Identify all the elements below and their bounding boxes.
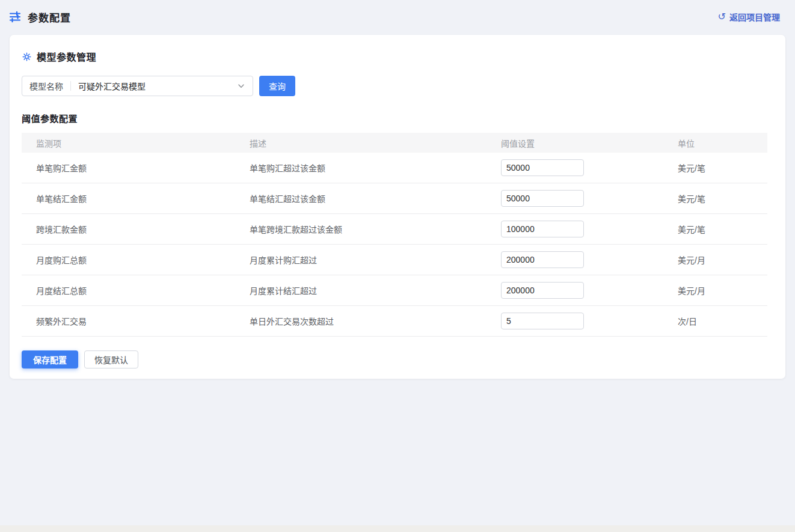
unit-cell: 美元/笔 [678, 223, 767, 235]
threshold-cell [501, 221, 678, 237]
sliders-icon [8, 10, 22, 23]
description-cell: 月度累计购汇超过 [250, 254, 501, 266]
section-title-row: 模型参数管理 [22, 49, 773, 64]
return-arrow-icon: ↺ [718, 12, 726, 22]
table-row: 单笔结汇金额 单笔结汇超过该金额 美元/笔 [22, 183, 767, 214]
unit-cell: 美元/月 [678, 284, 767, 296]
table-header-row: 监测项 描述 阈值设置 单位 [22, 133, 767, 153]
page-title: 参数配置 [28, 10, 71, 25]
select-value: 可疑外汇交易模型 [78, 80, 146, 92]
gear-icon [22, 52, 32, 62]
unit-cell: 美元/月 [678, 254, 767, 266]
threshold-cell [501, 313, 678, 329]
description-cell: 单笔购汇超过该金额 [250, 162, 501, 174]
description-cell: 月度累计结汇超过 [250, 284, 501, 296]
page-title-group: 参数配置 [8, 10, 71, 25]
model-name-select[interactable]: 模型名称 可疑外汇交易模型 [22, 76, 253, 96]
threshold-cell [501, 282, 678, 299]
page-header: 参数配置 ↺ 返回项目管理 [0, 0, 795, 34]
threshold-input[interactable] [501, 159, 584, 176]
chevron-down-icon [237, 82, 245, 90]
unit-cell: 次/日 [678, 315, 767, 327]
col-header-description: 描述 [250, 137, 501, 149]
threshold-cell [501, 190, 678, 207]
table-row: 月度购汇总额 月度累计购汇超过 美元/月 [22, 245, 767, 275]
monitor-item-cell: 频繁外汇交易 [22, 315, 250, 327]
threshold-cell [501, 159, 678, 176]
unit-cell: 美元/笔 [678, 192, 767, 204]
model-parameter-card: 模型参数管理 模型名称 可疑外汇交易模型 查询 阈值参数配置 监测项 描述 阈值… [10, 35, 785, 379]
monitor-item-cell: 单笔结汇金额 [22, 192, 250, 204]
back-to-project-link[interactable]: ↺ 返回项目管理 [718, 11, 780, 23]
monitor-item-cell: 单笔购汇金额 [22, 162, 250, 174]
threshold-input[interactable] [501, 282, 584, 299]
col-header-threshold: 阈值设置 [501, 137, 678, 149]
table-row: 频繁外汇交易 单日外汇交易次数超过 次/日 [22, 306, 767, 337]
monitor-item-cell: 月度购汇总额 [22, 254, 250, 266]
select-label: 模型名称 [29, 80, 63, 92]
table-row: 跨境汇款金额 单笔跨境汇款超过该金额 美元/笔 [22, 214, 767, 245]
threshold-input[interactable] [501, 313, 584, 329]
threshold-input[interactable] [501, 221, 584, 237]
monitor-item-cell: 月度结汇总额 [22, 284, 250, 296]
col-header-monitor-item: 监测项 [22, 137, 250, 149]
table-row: 单笔购汇金额 单笔购汇超过该金额 美元/笔 [22, 153, 767, 183]
col-header-unit: 单位 [678, 137, 767, 149]
restore-default-button[interactable]: 恢复默认 [84, 350, 138, 368]
unit-cell: 美元/笔 [678, 162, 767, 174]
query-row: 模型名称 可疑外汇交易模型 查询 [22, 76, 773, 96]
section-title: 模型参数管理 [37, 49, 96, 64]
bottom-strip [0, 525, 795, 532]
description-cell: 单笔结汇超过该金额 [250, 192, 501, 204]
threshold-table-body: 单笔购汇金额 单笔购汇超过该金额 美元/笔 单笔结汇金额 单笔结汇超过该金额 美… [22, 153, 767, 337]
threshold-input[interactable] [501, 190, 584, 207]
back-link-label: 返回项目管理 [729, 11, 780, 23]
monitor-item-cell: 跨境汇款金额 [22, 223, 250, 235]
save-config-button[interactable]: 保存配置 [22, 350, 78, 368]
description-cell: 单笔跨境汇款超过该金额 [250, 223, 501, 235]
description-cell: 单日外汇交易次数超过 [250, 315, 501, 327]
query-button[interactable]: 查询 [259, 76, 295, 96]
table-row: 月度结汇总额 月度累计结汇超过 美元/月 [22, 275, 767, 306]
select-divider [70, 81, 71, 91]
threshold-section-title: 阈值参数配置 [22, 112, 773, 124]
threshold-table: 监测项 描述 阈值设置 单位 单笔购汇金额 单笔购汇超过该金额 美元/笔 单笔结… [22, 133, 767, 337]
actions-row: 保存配置 恢复默认 [22, 350, 773, 368]
threshold-input[interactable] [501, 251, 584, 268]
threshold-cell [501, 251, 678, 268]
